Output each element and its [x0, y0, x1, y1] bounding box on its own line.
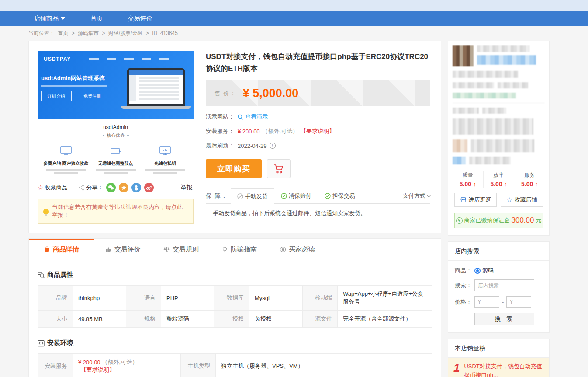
hero-feature: 无需钱包完整节点: [92, 146, 140, 174]
product-gallery: USDTPAY usdtAdmin网站管理系统 详细介绍 免费注册: [38, 51, 194, 224]
radio-label: 源码: [482, 267, 494, 275]
tab-antifraud-guide[interactable]: 防骗指南: [210, 239, 268, 259]
wallet-icon: [110, 150, 122, 157]
check-circle-icon: [281, 193, 287, 199]
hero-footer-subtitle: 核心优势: [107, 133, 125, 139]
product-image-footer: usdtAdmin 核心优势 多商户/各商户独立收款: [38, 119, 194, 178]
breadcrumb-home-link[interactable]: 首页: [58, 30, 68, 36]
ranking-item[interactable]: 1 USDT对接支付，钱包自动充值提币接口ph...: [448, 358, 549, 377]
shop-search-button[interactable]: 搜 索: [474, 313, 534, 325]
product-title: USDT对接支付，钱包自动充值提币接口php基于ERC20协议TRC20协议的E…: [206, 51, 430, 74]
top-strip: [0, 0, 588, 11]
payment-methods-toggle[interactable]: 支付方式: [403, 192, 430, 203]
tab-trade-rules[interactable]: 交易规则: [152, 239, 210, 259]
qq-share-icon[interactable]: [131, 183, 141, 192]
divider: [73, 184, 73, 191]
feature-desc-placeholder: [145, 169, 185, 174]
rank-number: 1: [453, 362, 460, 377]
feature-title: 多商户/各商户独立收款: [42, 161, 90, 167]
breadcrumb-separator: >: [102, 30, 105, 36]
table-row: 安装服务 ¥ 200.00 （额外,可选） 【要求说明】 主机类型 独立主机（服…: [38, 354, 432, 377]
hero-logo: USDTPAY: [44, 56, 71, 62]
nav-item-shop-products[interactable]: 店铺商品: [34, 15, 65, 23]
attributes-table: 品牌 thinkphp 语言 PHP 数据库 Mysql 移动端 Wap+App…: [38, 285, 432, 328]
dash: -: [502, 299, 504, 305]
install-price: ¥ 200.00: [78, 359, 100, 366]
product-image[interactable]: USDTPAY usdtAdmin网站管理系统 详细介绍 免费注册: [38, 51, 194, 119]
install-service-price: ¥ 200.00: [238, 128, 260, 135]
product-summary-card: USDTPAY usdtAdmin网站管理系统 详细介绍 免费注册: [28, 41, 441, 233]
radio-source-code[interactable]: [474, 268, 481, 274]
add-to-cart-button[interactable]: [267, 159, 291, 178]
wechat-share-icon[interactable]: [106, 183, 116, 192]
tab-trade-reviews[interactable]: 交易评价: [94, 239, 152, 259]
rating-service: 服务 5.00 ↑: [514, 171, 545, 188]
seller-card: 质量 5.00 ↑ 效率 5.00 ↑ 服务 5.00 ↑ 进店逛逛: [448, 41, 550, 236]
search-type-label: 商品：: [455, 267, 474, 275]
report-warning-banner[interactable]: 当前信息若含有黄赌毒等违法违规不良内容，请点此举报！: [38, 199, 194, 224]
hero-detail-button: 详细介绍: [41, 91, 72, 101]
arrow-up-icon: ↑: [535, 181, 538, 188]
install-requirements-link[interactable]: 【要求说明】: [301, 127, 335, 135]
install-requirements-link[interactable]: 【要求说明】: [81, 366, 115, 374]
bag-icon: [44, 246, 50, 253]
demo-site-label: 演示网站：: [206, 113, 234, 121]
thumb-up-icon: [105, 246, 112, 253]
share-label: 分享：: [86, 184, 103, 192]
tab-product-details[interactable]: 商品详情: [29, 239, 94, 259]
weibo-share-icon[interactable]: [144, 183, 154, 192]
guarantee-tab-escrow[interactable]: 担保交易: [318, 188, 362, 203]
feature-desc-placeholder: [96, 169, 136, 174]
yen-icon: ¥: [456, 217, 463, 224]
hero-footer-title: usdtAdmin: [38, 124, 194, 130]
view-demo-link[interactable]: 查看演示: [238, 113, 268, 121]
price-box: 售 价： ¥ 5,000.00: [206, 80, 430, 106]
rank-product-title: USDT对接支付，钱包自动充值提币接口ph...: [464, 362, 544, 377]
feature-title: 无需钱包完整节点: [92, 161, 140, 167]
breadcrumb: 当前位置： 首页 > 源码集市 > 财经/股票/金融 > ID_413645: [0, 26, 588, 41]
price-max-input[interactable]: [506, 296, 531, 308]
tab-buyer-must-read[interactable]: 买家必读: [268, 239, 326, 259]
guarantee-note: 手动发货商品，拍下后系统会通过邮件、短信通知卖家发货。: [206, 203, 430, 223]
scale-icon: [163, 246, 170, 253]
guarantee-tab-consumer-protection[interactable]: 消保赔付: [274, 188, 318, 203]
hero-feature: 免钱包私钥: [141, 146, 189, 174]
breadcrumb-separator: >: [146, 30, 149, 36]
chevron-down-icon: [61, 17, 65, 20]
breadcrumb-market-link[interactable]: 源码集市: [78, 30, 99, 36]
guarantee-tab-manual-delivery[interactable]: 手动发货: [231, 188, 274, 204]
price-min-input[interactable]: [474, 296, 499, 308]
search-icon: [238, 114, 243, 120]
last-refresh-label: 最后刷新：: [206, 142, 234, 150]
shop-search-title: 店内搜索: [448, 242, 549, 261]
shop-search-input[interactable]: [474, 279, 534, 291]
qzone-share-icon[interactable]: [119, 183, 128, 192]
nav-item-home[interactable]: 首页: [90, 15, 103, 23]
visit-shop-button[interactable]: 进店逛逛: [454, 193, 497, 207]
table-row: 大小 49.85 MB 规格 整站源码 授权 免授权 源文件 完全开源（含全部源…: [38, 311, 432, 328]
table-row: 品牌 thinkphp 语言 PHP 数据库 Mysql 移动端 Wap+App…: [38, 286, 432, 311]
breadcrumb-category-link[interactable]: 财经/股票/金融: [108, 30, 143, 36]
nav-item-trade-reviews[interactable]: 交易评价: [128, 15, 152, 23]
favorite-shop-button[interactable]: ☆ 收藏店铺: [501, 193, 543, 207]
buy-now-button[interactable]: 立即购买: [206, 159, 262, 178]
hero-heading: usdtAdmin网站管理系统: [41, 74, 105, 82]
favorite-product-button[interactable]: 收藏商品: [45, 184, 67, 192]
price-label: 售 价：: [214, 90, 237, 98]
guarantee-label: 保 障：: [206, 192, 228, 203]
info-icon[interactable]: !: [270, 143, 276, 149]
section-install-environment: 安装环境: [38, 339, 432, 347]
section-product-attributes: 商品属性: [38, 271, 432, 279]
chevron-down-icon: [427, 193, 431, 198]
hero-feature: 多商户/各商户独立收款: [42, 146, 90, 174]
check-circle-icon: [325, 193, 331, 199]
bulb-icon: [43, 209, 49, 214]
feature-title: 免钱包私钥: [141, 161, 189, 167]
sales-ranking-title: 本店销量榜: [448, 339, 549, 358]
code-icon: [38, 340, 45, 347]
report-link[interactable]: 举报: [180, 184, 193, 192]
product-detail-card: 商品详情 交易评价 交易规则 防骗指南 买家必读: [28, 238, 441, 377]
arrow-up-icon: ↑: [473, 181, 476, 188]
main-navbar: 店铺商品 首页 交易评价: [0, 11, 588, 26]
seller-ratings: 质量 5.00 ↑ 效率 5.00 ↑ 服务 5.00 ↑: [448, 169, 549, 193]
